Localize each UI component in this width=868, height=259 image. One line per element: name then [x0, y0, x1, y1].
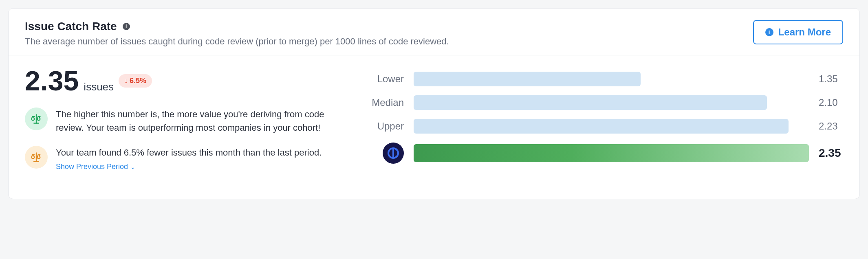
bar-fill	[414, 95, 767, 110]
bar-fill	[414, 72, 641, 86]
metric-value: 2.35	[25, 67, 79, 94]
bar-label: Median	[367, 97, 404, 108]
insight-body: Your team found 6.5% fewer issues this m…	[56, 146, 343, 171]
issue-catch-rate-card: Issue Catch Rate i The average number of…	[8, 8, 860, 199]
header-left: Issue Catch Rate i The average number of…	[25, 20, 753, 47]
bar-label: Upper	[367, 121, 404, 132]
bar-row: Upper2.23	[367, 119, 843, 134]
brand-logo-icon	[383, 143, 404, 164]
bar-row-you: 2.35	[367, 143, 843, 164]
bar-track	[414, 144, 809, 162]
bar-track	[414, 95, 809, 110]
scale-icon	[25, 146, 48, 169]
card-header: Issue Catch Rate i The average number of…	[9, 9, 859, 55]
learn-more-button[interactable]: i Learn More	[753, 20, 843, 44]
insight-neutral: Your team found 6.5% fewer issues this m…	[25, 146, 343, 171]
insight-positive: The higher this number is, the more valu…	[25, 108, 343, 134]
bar-row: Median2.10	[367, 95, 843, 110]
left-column: 2.35 issues ↓ 6.5% The higher this numbe…	[25, 67, 343, 182]
insight-neutral-text: Your team found 6.5% fewer issues this m…	[56, 146, 343, 159]
delta-badge: ↓ 6.5%	[119, 74, 152, 88]
bar-track	[414, 72, 809, 86]
delta-value: 6.5%	[130, 77, 146, 85]
comparison-bars: Lower1.35Median2.10Upper2.232.35	[367, 67, 843, 164]
learn-more-label: Learn More	[778, 26, 831, 38]
bar-row: Lower1.35	[367, 72, 843, 86]
chevron-down-icon: ⌄	[130, 164, 135, 170]
card-subtitle: The average number of issues caught duri…	[25, 36, 753, 47]
show-previous-period-link[interactable]: Show Previous Period ⌄	[56, 162, 343, 171]
bar-label: Lower	[367, 73, 404, 85]
right-column: Lower1.35Median2.10Upper2.232.35	[367, 67, 843, 182]
bar-value: 1.35	[819, 73, 843, 85]
title-row: Issue Catch Rate i	[25, 20, 753, 33]
bar-fill	[414, 144, 809, 162]
insight-body: The higher this number is, the more valu…	[56, 108, 343, 134]
scale-icon	[25, 108, 48, 130]
show-previous-label: Show Previous Period	[56, 162, 128, 171]
bar-fill	[414, 119, 789, 134]
you-logo	[367, 143, 404, 164]
metric-row: 2.35 issues ↓ 6.5%	[25, 67, 343, 94]
card-body: 2.35 issues ↓ 6.5% The higher this numbe…	[9, 55, 859, 199]
info-icon: i	[765, 28, 773, 36]
bar-value: 2.23	[819, 121, 843, 132]
bar-value: 2.35	[819, 147, 843, 160]
bar-track	[414, 119, 809, 134]
arrow-down-icon: ↓	[124, 77, 128, 85]
metric-unit: issues	[84, 81, 114, 93]
info-icon[interactable]: i	[123, 23, 130, 30]
bar-value: 2.10	[819, 97, 843, 108]
insight-positive-text: The higher this number is, the more valu…	[56, 108, 343, 134]
card-title: Issue Catch Rate	[25, 20, 117, 33]
